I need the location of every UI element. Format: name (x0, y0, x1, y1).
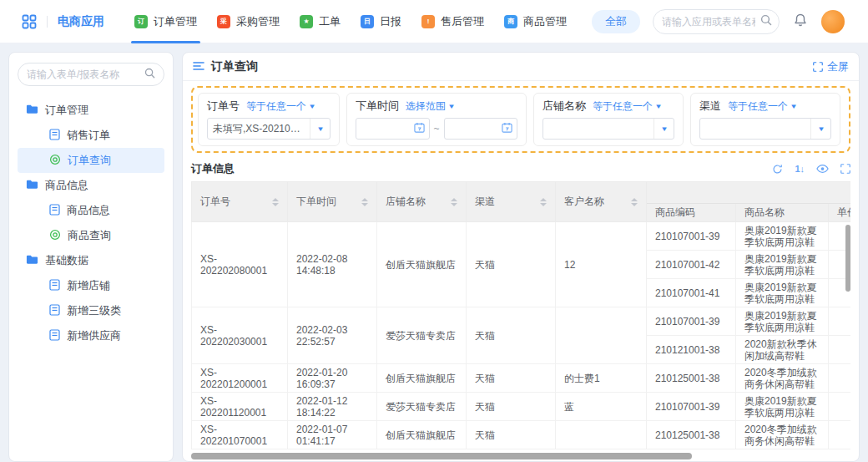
workorder-tab-icon: ★ (300, 15, 313, 28)
nav-tabs: 订订单管理采采购管理★工单日日报!售后管理商商品管理 (124, 0, 577, 43)
cell-product-code: 210107001-42 (647, 251, 736, 279)
navbar-search-input[interactable] (662, 16, 755, 28)
brand-app-name[interactable]: 电商应用 (58, 14, 104, 29)
fullscreen-expand-icon[interactable] (840, 164, 850, 174)
column-header-label: 客户名称 (564, 195, 604, 209)
filter-control: ▼ (699, 118, 831, 140)
table-toolbar: 1↓ (772, 164, 850, 175)
nav-tab-label: 日报 (380, 14, 401, 29)
nav-tab-product-mgmt[interactable]: 商商品管理 (494, 0, 577, 43)
chevron-down-icon: ▼ (790, 103, 798, 110)
column-header-label: 渠道 (475, 195, 495, 209)
fullscreen-button[interactable]: 全屏 (813, 59, 849, 74)
date-input-from[interactable] (356, 118, 430, 140)
nav-tab-order-mgmt[interactable]: 订订单管理 (124, 0, 207, 43)
product-column-header[interactable]: 商品名称 (736, 204, 829, 222)
cell-customer-name: 的士费1 (556, 364, 647, 393)
sidebar-item-order-query[interactable]: 订单查询 (18, 148, 164, 173)
sidebar-item-label: 商品信息 (67, 203, 110, 218)
product-column-header[interactable]: 商品编码 (647, 204, 736, 222)
table-row: XS-2022010700012022-01-07 01:41:17创盾天猫旗舰… (192, 421, 851, 449)
cell-order-time: 2022-02-03 22:52:57 (288, 307, 377, 364)
date-input-to[interactable] (444, 118, 518, 140)
cell-product-code: 210125001-38 (647, 364, 736, 393)
sidebar-item-base-data-folder[interactable]: 基础数据 (18, 248, 164, 273)
table-row: XS-2022020300012022-02-03 22:52:57爱莎天猫专卖… (192, 307, 851, 336)
nav-tab-purchase-mgmt[interactable]: 采采购管理 (207, 0, 290, 43)
doc-icon (49, 279, 60, 293)
filter-select-channel[interactable]: ▼ (699, 118, 831, 140)
sidebar-item-order-mgmt-folder[interactable]: 订单管理 (18, 98, 164, 123)
sidebar-item-label: 商品信息 (45, 178, 88, 193)
apps-grid-icon[interactable] (22, 14, 37, 29)
navbar-search[interactable] (653, 9, 780, 34)
cell-product-name: 奥康2019新款夏季软底两用凉鞋 (736, 279, 829, 307)
filter-control: 未填写,XS-20210107000...▼ (207, 118, 331, 140)
horizontal-scrollbar-track (191, 453, 850, 459)
sort-arrows-icon[interactable] (272, 198, 279, 206)
sidebar-item-sales-order[interactable]: 销售订单 (18, 123, 164, 148)
cell-shop-name: 创盾天猫旗舰店 (377, 364, 467, 393)
date-to-field[interactable] (449, 123, 499, 135)
cell-channel: 天猫 (467, 364, 556, 393)
product-column-label: 商品编码 (655, 206, 695, 218)
sidebar-item-product-query[interactable]: 商品查询 (18, 223, 164, 248)
sidebar-item-product-info[interactable]: 商品信息 (18, 198, 164, 223)
refresh-icon[interactable] (772, 164, 783, 175)
user-avatar[interactable] (821, 10, 845, 33)
search-icon[interactable] (760, 14, 772, 29)
calendar-icon[interactable] (502, 121, 512, 136)
sort-arrows-icon[interactable] (540, 198, 547, 206)
filter-label-row: 渠道等于任意一个▼ (699, 99, 831, 113)
table-title-row: 订单信息 1↓ (191, 160, 850, 178)
sort-arrows-icon[interactable] (451, 198, 457, 206)
nav-tab-daily-report[interactable]: 日日报 (351, 0, 411, 43)
filter-select-shop-name[interactable]: ▼ (542, 118, 674, 140)
column-header[interactable]: 渠道 (467, 182, 556, 222)
column-header[interactable]: 店铺名称 (377, 182, 467, 222)
nav-tab-work-order[interactable]: ★工单 (290, 0, 351, 43)
all-apps-button[interactable]: 全部 (592, 10, 640, 33)
sidebar-item-label: 新增店铺 (67, 278, 110, 293)
sidebar-item-new-category[interactable]: 新增三级类 (18, 298, 164, 323)
sidebar-search[interactable] (18, 63, 164, 86)
sidebar-item-product-info-folder[interactable]: 商品信息 (18, 173, 164, 198)
vertical-scrollbar[interactable] (845, 225, 850, 292)
cell-product-name: 2020冬季加绒款商务休闲高帮鞋 (736, 421, 829, 449)
filter-condition-label: 等于任意一个 (593, 99, 653, 114)
sidebar-item-label: 订单管理 (45, 103, 88, 118)
date-from-field[interactable] (361, 123, 411, 135)
filter-condition-dropdown[interactable]: 等于任意一个▼ (593, 99, 662, 114)
folder-icon (26, 179, 38, 192)
cell-shop-name: 创盾天猫旗舰店 (377, 222, 467, 307)
filter-select-order-no[interactable]: 未填写,XS-20210107000...▼ (207, 118, 331, 140)
doc-icon (49, 129, 60, 143)
cell-product-code: 210121001-38 (647, 336, 736, 364)
sort-icon[interactable]: 1↓ (795, 164, 805, 174)
sidebar-item-label: 商品查询 (68, 228, 111, 243)
product-column-header[interactable]: 单价 (829, 204, 851, 222)
cell-product-name: 奥康2019新款夏季软底两用凉鞋 (736, 251, 829, 279)
cell-product-code: 210107001-39 (647, 393, 736, 421)
doc-icon (49, 329, 60, 343)
collapse-menu-icon[interactable] (193, 59, 204, 74)
filter-condition-dropdown[interactable]: 等于任意一个▼ (246, 99, 315, 114)
bell-icon[interactable] (793, 13, 808, 31)
search-icon[interactable] (144, 67, 155, 82)
sort-arrows-icon[interactable] (361, 198, 368, 206)
horizontal-scrollbar-thumb[interactable] (191, 453, 692, 459)
column-header[interactable]: 客户名称 (556, 182, 647, 222)
column-header[interactable]: 下单时间 (288, 182, 377, 222)
filter-condition-dropdown[interactable]: 选择范围▼ (406, 99, 455, 114)
nav-tab-aftersale-mgmt[interactable]: !售后管理 (411, 0, 494, 43)
column-header-content: 渠道 (475, 195, 547, 209)
content-area: 订单管理销售订单订单查询商品信息商品信息商品查询基础数据新增店铺新增三级类新增供… (0, 43, 868, 462)
eye-icon[interactable] (816, 164, 829, 174)
column-header[interactable]: 订单号 (192, 182, 288, 222)
sidebar-item-new-supplier[interactable]: 新增供应商 (18, 323, 164, 348)
filter-condition-dropdown[interactable]: 等于任意一个▼ (728, 99, 797, 114)
sidebar-item-new-shop[interactable]: 新增店铺 (18, 273, 164, 298)
sort-arrows-icon[interactable] (631, 198, 638, 206)
sidebar-search-input[interactable] (27, 69, 139, 80)
calendar-icon[interactable] (414, 121, 425, 136)
